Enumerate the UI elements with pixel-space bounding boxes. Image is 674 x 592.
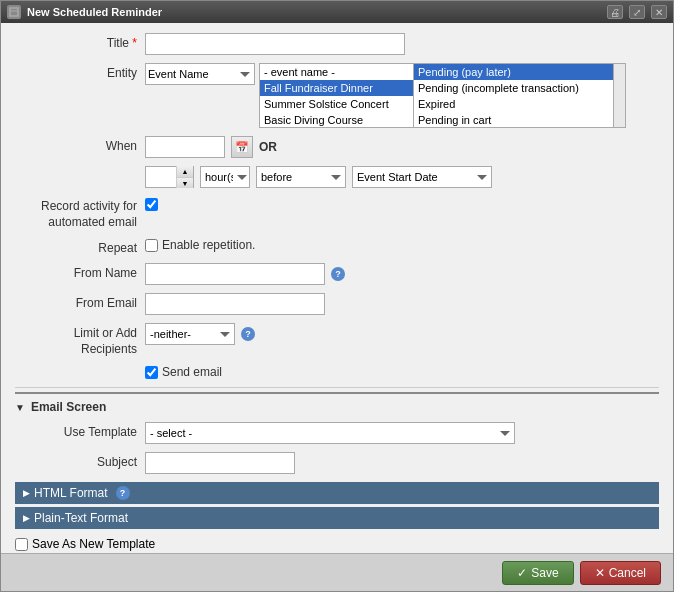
form-content: Title * Entity Event Name - event name -… [1, 23, 673, 553]
html-collapse-icon: ▶ [23, 488, 30, 498]
limit-label: Limit or Add Recipients [15, 323, 145, 357]
title-input[interactable] [145, 33, 405, 55]
when-label: When [15, 136, 145, 153]
or-label: OR [259, 140, 277, 154]
list-item[interactable]: Basic Diving Course [260, 112, 413, 128]
limit-help-icon[interactable]: ? [241, 327, 255, 341]
limit-controls: -neither- limit add ? [145, 323, 255, 345]
title-label: Title * [15, 33, 145, 50]
template-row: Use Template - select - [15, 422, 659, 444]
subject-row: Subject [15, 452, 659, 474]
from-email-label: From Email [15, 293, 145, 310]
spinner-arrows: ▲ ▼ [176, 166, 193, 188]
save-as-label: Save As New Template [32, 537, 155, 551]
status-scrollbar[interactable] [614, 63, 626, 128]
list-item[interactable]: Summer Solstice Concert [260, 96, 413, 112]
save-as-row: Save As New Template [15, 537, 659, 551]
event-listbox[interactable]: - event name - Fall Fundraiser Dinner Su… [259, 63, 414, 128]
listbox-container: - event name - Fall Fundraiser Dinner Su… [259, 63, 626, 128]
list-item[interactable]: Fall Fundraiser Dinner [260, 80, 413, 96]
save-button[interactable]: ✓ Save [502, 561, 573, 585]
section-divider [15, 387, 659, 388]
from-name-input[interactable] [145, 263, 325, 285]
from-name-row: From Name ? [15, 263, 659, 285]
entity-label: Entity [15, 63, 145, 80]
subject-input[interactable] [145, 452, 295, 474]
email-screen-header: ▼ Email Screen [15, 400, 659, 414]
plain-text-label: Plain-Text Format [34, 511, 128, 525]
template-select[interactable]: - select - [145, 422, 515, 444]
entity-select[interactable]: Event Name [145, 63, 255, 85]
svg-rect-0 [10, 8, 18, 16]
offset-row: 0 ▲ ▼ hour(s) before Event Start Date [15, 166, 659, 188]
repeat-row: Repeat Enable repetition. [15, 238, 659, 255]
spinner-down-button[interactable]: ▼ [177, 177, 193, 188]
repeat-checkbox-label: Enable repetition. [145, 238, 255, 252]
record-activity-checkbox-wrapper [145, 196, 158, 214]
maximize-button[interactable]: ⤢ [629, 5, 645, 19]
limit-row: Limit or Add Recipients -neither- limit … [15, 323, 659, 357]
before-select[interactable]: before [256, 166, 346, 188]
enable-repetition-text: Enable repetition. [162, 238, 255, 252]
hours-select[interactable]: hour(s) [200, 166, 250, 188]
send-email-text: Send email [162, 365, 222, 379]
record-activity-checkbox[interactable] [145, 198, 158, 211]
record-activity-row: Record activity for automated email [15, 196, 659, 230]
when-controls: 📅 OR [145, 136, 277, 158]
template-label: Use Template [15, 422, 145, 439]
close-button[interactable]: ✕ [651, 5, 667, 19]
html-help-icon[interactable]: ? [116, 486, 130, 500]
when-date-input[interactable] [145, 136, 225, 158]
html-format-bar[interactable]: ▶ HTML Format ? [15, 482, 659, 504]
main-window: New Scheduled Reminder 🖨 ⤢ ✕ Title * Ent… [0, 0, 674, 592]
spinner-value-input[interactable]: 0 [146, 170, 176, 184]
when-row: When 📅 OR [15, 136, 659, 158]
list-item[interactable]: - event name - [260, 64, 413, 80]
cancel-label: Cancel [609, 566, 646, 580]
neither-select[interactable]: -neither- limit add [145, 323, 235, 345]
collapse-icon: ▼ [15, 402, 25, 413]
window-title: New Scheduled Reminder [27, 6, 601, 18]
plain-text-bar[interactable]: ▶ Plain-Text Format [15, 507, 659, 529]
event-start-select[interactable]: Event Start Date [352, 166, 492, 188]
titlebar: New Scheduled Reminder 🖨 ⤢ ✕ [1, 1, 673, 23]
from-email-row: From Email [15, 293, 659, 315]
repeat-checkbox[interactable] [145, 239, 158, 252]
hours-spinner[interactable]: 0 ▲ ▼ [145, 166, 194, 188]
from-name-controls: ? [145, 263, 345, 285]
plain-text-collapse-icon: ▶ [23, 513, 30, 523]
from-name-label: From Name [15, 263, 145, 280]
html-format-label: HTML Format [34, 486, 108, 500]
calendar-button[interactable]: 📅 [231, 136, 253, 158]
cancel-icon: ✕ [595, 566, 605, 580]
status-item[interactable]: Pending (incomplete transaction) [414, 80, 613, 96]
spinner-up-button[interactable]: ▲ [177, 166, 193, 177]
entity-row: Entity Event Name - event name - Fall Fu… [15, 63, 659, 128]
send-email-checkbox-label: Send email [145, 365, 222, 379]
save-as-checkbox[interactable] [15, 538, 28, 551]
record-activity-label: Record activity for automated email [15, 196, 145, 230]
repeat-label: Repeat [15, 238, 145, 255]
save-label: Save [531, 566, 558, 580]
status-listbox[interactable]: Pending (pay later) Pending (incomplete … [414, 63, 614, 128]
send-email-row: Send email [15, 365, 659, 379]
title-row: Title * [15, 33, 659, 55]
send-email-checkbox[interactable] [145, 366, 158, 379]
status-item[interactable]: Expired [414, 96, 613, 112]
status-item[interactable]: Pending (pay later) [414, 64, 613, 80]
footer: ✓ Save ✕ Cancel [1, 553, 673, 591]
email-screen-section: ▼ Email Screen Use Template - select - S… [15, 392, 659, 551]
offset-controls: 0 ▲ ▼ hour(s) before Event Start Date [145, 166, 492, 188]
subject-label: Subject [15, 452, 145, 469]
print-button[interactable]: 🖨 [607, 5, 623, 19]
offset-label-spacer [15, 166, 145, 169]
window-icon [7, 5, 21, 19]
status-item[interactable]: Pending in cart [414, 112, 613, 128]
email-screen-title-text: Email Screen [31, 400, 106, 414]
from-email-input[interactable] [145, 293, 325, 315]
from-name-help-icon[interactable]: ? [331, 267, 345, 281]
send-email-label-spacer [15, 365, 145, 368]
cancel-button[interactable]: ✕ Cancel [580, 561, 661, 585]
entity-controls: Event Name - event name - Fall Fundraise… [145, 63, 626, 128]
save-icon: ✓ [517, 566, 527, 580]
